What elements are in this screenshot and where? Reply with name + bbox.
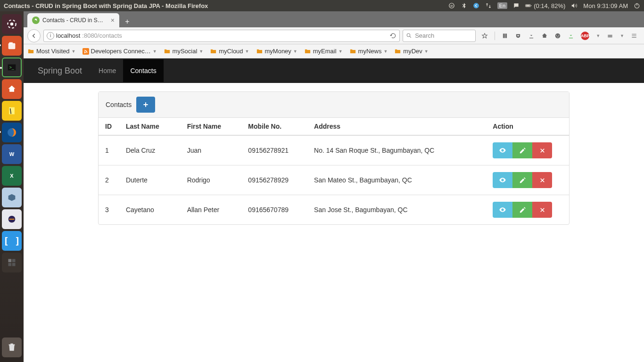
unity-launcher: >_ W X [ ] [0,11,24,362]
reload-icon[interactable] [390,33,396,39]
volume-icon[interactable] [571,2,578,9]
dropdown-icon-2[interactable]: ▼ [620,33,624,38]
folder-icon [164,48,171,55]
bookmark-star-icon[interactable] [481,33,488,39]
table-header-row: ID Last Name First Name Mobile No. Addre… [99,118,569,135]
view-button[interactable] [493,142,512,158]
launcher-excel[interactable]: X [2,166,22,186]
launcher-brackets[interactable]: [ ] [2,231,22,251]
downloads-icon[interactable] [528,33,535,39]
folder-icon [210,48,217,55]
bookmark-item[interactable]: mySocial▼ [164,48,204,55]
tab-close-icon[interactable]: × [111,16,115,24]
site-info-icon[interactable]: i [47,32,54,40]
edit-button[interactable] [512,202,532,218]
delete-button[interactable] [532,202,552,218]
col-mobile: Mobile No. [244,118,310,135]
keyboard-lang[interactable]: En [497,2,507,9]
view-button[interactable] [493,172,512,188]
launcher-firefox[interactable] [2,123,22,142]
launcher-vbox[interactable] [2,188,22,207]
sync-icon[interactable] [473,2,479,9]
col-address: Address [310,118,489,135]
launcher-files[interactable] [2,36,22,56]
delete-button[interactable] [532,142,552,158]
bookmark-label: myMoney [265,48,291,55]
svg-rect-20 [12,263,16,266]
edit-icon [519,147,526,154]
browser-window: Contacts - CRUD in S… × + i localhost:80… [24,11,644,362]
edit-button[interactable] [512,172,532,188]
hamburger-icon[interactable] [631,33,637,39]
svg-point-21 [407,33,410,37]
launcher-notes[interactable] [2,101,22,121]
bookmark-item[interactable]: myMoney▼ [256,48,297,55]
search-bar[interactable]: Search [403,30,476,42]
cell-last: Cayetano [122,195,183,225]
navbar-icons: ABP ▼ ▼ [479,32,640,40]
launcher-workspace[interactable] [2,253,22,272]
search-placeholder: Search [415,32,434,39]
library-icon[interactable] [502,33,508,39]
action-buttons [493,142,552,158]
cell-first: Rodrigo [183,165,245,195]
svg-rect-18 [12,259,16,263]
chevron-down-icon: ▼ [383,49,388,54]
bookmark-item[interactable]: Most Visited▼ [27,48,76,55]
cell-address: No. 14 San Roque St., Bagumbayan, QC [310,135,489,165]
power-icon[interactable] [634,2,640,9]
nav-home[interactable]: Home [91,59,123,82]
nav-contacts[interactable]: Contacts [123,59,163,82]
dropdown-icon[interactable]: ▼ [596,33,600,38]
svg-point-2 [473,3,479,8]
col-action: Action [489,118,569,135]
cell-last: Duterte [122,165,183,195]
bookmark-item[interactable]: Developers Connec…▼ [83,48,157,55]
network-icon[interactable] [485,2,492,9]
bluetooth-icon[interactable] [461,2,467,9]
url-bar[interactable]: i localhost:8080/contacts [43,30,400,42]
folder-icon [349,48,356,55]
launcher-eclipse[interactable] [2,209,22,229]
chat-addon-icon[interactable] [554,33,561,39]
launcher-terminal[interactable]: >_ [2,58,22,77]
bookmark-item[interactable]: myCloud▼ [210,48,249,55]
url-rest: :8080/contacts [82,32,122,39]
view-button[interactable] [493,202,512,218]
bookmark-item[interactable]: myEmail▼ [304,48,343,55]
cell-action [489,195,569,225]
bookmarks-bar: Most Visited▼Developers Connec…▼mySocial… [24,44,644,58]
download-green-icon[interactable] [568,33,574,39]
bookmark-label: myCloud [219,48,243,55]
chevron-down-icon: ▼ [293,49,297,54]
svg-rect-19 [8,263,12,266]
chat-icon[interactable] [513,2,520,9]
edit-button[interactable] [512,142,532,158]
launcher-home[interactable] [2,79,22,99]
action-buttons [493,172,552,188]
back-button[interactable] [27,29,41,42]
bookmark-item[interactable]: myNews▼ [349,48,388,55]
launcher-dash[interactable] [2,14,22,34]
panel-title: Contacts [106,101,132,108]
bookmark-label: Developers Connec… [91,48,151,55]
browser-tab[interactable]: Contacts - CRUD in S… × [27,13,119,27]
app-brand: Spring Boot [38,66,82,76]
new-tab-button[interactable]: + [121,16,133,27]
chevron-down-icon: ▼ [153,49,157,54]
abp-icon[interactable]: ABP [581,32,589,40]
battery-indicator[interactable]: (0:14, 82%) [525,2,565,9]
addon-icon[interactable] [607,33,613,39]
bookmark-item[interactable]: myDev▼ [394,48,428,55]
chevron-down-icon: ▼ [72,49,76,54]
pocket-icon[interactable] [515,33,521,39]
home-icon[interactable] [541,33,548,39]
edit-icon [519,206,526,214]
delete-button[interactable] [532,172,552,188]
eye-icon [499,176,506,184]
qb-icon[interactable]: qb [448,2,455,9]
launcher-trash[interactable] [2,337,22,357]
clock[interactable]: Mon 9:31:09 AM [583,2,628,9]
launcher-word[interactable]: W [2,144,22,164]
add-contact-button[interactable] [136,97,155,113]
